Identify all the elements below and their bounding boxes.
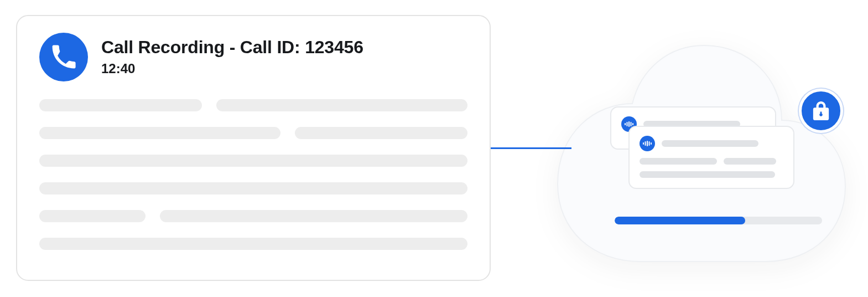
svg-rect-9 [651, 142, 652, 145]
placeholder-line [39, 238, 467, 250]
placeholder-line [39, 127, 280, 139]
placeholder-line [640, 158, 717, 165]
svg-rect-1 [627, 122, 628, 126]
placeholder-line [662, 140, 758, 147]
placeholder-line [724, 158, 776, 165]
call-card-title-block: Call Recording - Call ID: 123456 12:40 [101, 38, 363, 76]
phone-icon [39, 33, 88, 81]
svg-rect-7 [647, 141, 648, 146]
svg-rect-8 [649, 141, 650, 146]
connection-line [491, 147, 571, 149]
svg-rect-3 [631, 122, 632, 126]
placeholder-line [160, 210, 467, 222]
svg-rect-5 [643, 142, 644, 145]
cloud-storage [544, 26, 854, 270]
call-card-duration: 12:40 [101, 61, 363, 76]
transcript-placeholder-lines [39, 99, 467, 250]
placeholder-line [39, 210, 145, 222]
lock-icon [799, 89, 843, 133]
svg-rect-6 [645, 141, 646, 146]
placeholder-line [39, 155, 467, 167]
placeholder-line [216, 99, 467, 111]
upload-progress-bar [615, 217, 822, 224]
placeholder-line [640, 171, 775, 178]
call-card-title: Call Recording - Call ID: 123456 [101, 38, 363, 57]
call-card-header: Call Recording - Call ID: 123456 12:40 [39, 33, 467, 81]
upload-progress-fill [615, 217, 745, 224]
svg-rect-4 [632, 123, 633, 125]
waveform-icon [640, 136, 655, 151]
svg-rect-2 [628, 121, 630, 127]
svg-rect-0 [625, 123, 626, 125]
placeholder-line [39, 182, 467, 194]
stored-call-card [628, 126, 794, 189]
placeholder-line [39, 99, 202, 111]
placeholder-line [295, 127, 467, 139]
call-recording-card: Call Recording - Call ID: 123456 12:40 [16, 15, 491, 281]
